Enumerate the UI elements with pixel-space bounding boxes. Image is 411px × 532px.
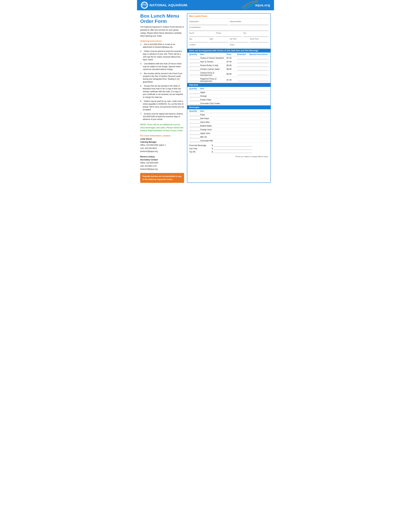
- list-item: 1. Fax to 410-659-0294 or e-mail as an a…: [140, 43, 184, 49]
- bev-qty-2[interactable]: [189, 117, 200, 120]
- item-price-1: $7.49: [227, 57, 237, 59]
- contact-email-1: boxlunch@aqua.org: [140, 150, 184, 153]
- totals-row-2: Sub Total $: [189, 148, 269, 150]
- set-time-input[interactable]: [230, 40, 248, 42]
- bev-qty-7[interactable]: [189, 136, 200, 138]
- ext-input-6[interactable]: [237, 79, 249, 81]
- special-input-1[interactable]: [249, 57, 269, 59]
- table-row: Peanut Butter & Jelly $5.99: [187, 64, 271, 67]
- totals-label-1: Food and Beverage: [189, 144, 212, 147]
- totals-label-2: Sub Total: [189, 148, 212, 150]
- logo-icon: [141, 2, 148, 9]
- taxid-input[interactable]: [189, 34, 214, 37]
- item-price-4: $8.99: [227, 68, 237, 70]
- bev-qty-1[interactable]: [189, 114, 200, 116]
- header-url: aqua.org: [255, 3, 270, 7]
- bev-qty-4[interactable]: [189, 125, 200, 127]
- side-qty-4[interactable]: [189, 102, 200, 105]
- logo-area: NATIONAL AQUARIUM.: [141, 2, 188, 9]
- totals-input-1[interactable]: [214, 144, 252, 147]
- side-item-3: Potato Chips: [200, 99, 269, 101]
- location-field: Location: [189, 44, 230, 48]
- totals-input-3[interactable]: [214, 151, 252, 153]
- totals-section: Food and Beverage $ Sub Total $ Tax 6% $: [187, 143, 271, 155]
- form-row-email: E-mail Address: [189, 25, 269, 31]
- day-field: Day: [189, 38, 210, 42]
- special-input-3[interactable]: [249, 64, 269, 66]
- email-input[interactable]: [189, 28, 269, 31]
- totals-row-3: Tax 6% $: [189, 151, 269, 153]
- qty-input-2[interactable]: [189, 61, 200, 63]
- list-item: Orange Juice: [187, 128, 271, 132]
- bev-item-3: Sierra Mist: [200, 121, 269, 123]
- form-row-day-date-times: Day Date Set Time Event Time: [189, 37, 269, 43]
- organization-input[interactable]: [189, 23, 228, 25]
- bev-item-2: Diet Pepsi: [200, 117, 269, 120]
- item-price-3: $5.99: [227, 64, 237, 66]
- bev-item-7: Milk 2%: [200, 136, 269, 138]
- list-item: Apple Juice: [187, 132, 271, 135]
- intro-paragraph: The National Aquarium's Sodexo Food Serv…: [140, 26, 184, 38]
- event-time-label: Event Time: [250, 38, 269, 40]
- qty-input-6[interactable]: [189, 79, 200, 81]
- bev-item-4: Bottled Water: [200, 125, 269, 127]
- form-row-tax-phone-fax: Tax ID Phone Fax: [189, 31, 269, 37]
- form-fields: Organization Representative E-mail Addre…: [187, 19, 271, 49]
- day-input[interactable]: [189, 40, 208, 42]
- totals-dollar-3: $: [212, 151, 213, 153]
- list-item: Diet Pepsi: [187, 117, 271, 120]
- guest-field: Guest: [230, 44, 269, 48]
- representative-input[interactable]: [230, 23, 269, 25]
- fax-input[interactable]: [243, 34, 269, 37]
- phone-input[interactable]: [216, 34, 242, 37]
- side-qty-3[interactable]: [189, 99, 200, 101]
- organization-field: Organization: [189, 20, 230, 25]
- contact-cell-1: Cell: 410-530-9619: [140, 147, 184, 150]
- representative-field: Representative: [230, 20, 269, 25]
- location-input[interactable]: [189, 46, 228, 48]
- side-qty-2[interactable]: [189, 95, 200, 97]
- special-input-5[interactable]: [249, 73, 269, 75]
- ext-input-2[interactable]: [237, 61, 249, 63]
- side-item-2: Orange: [200, 95, 269, 97]
- bev-qty-6[interactable]: [189, 132, 200, 134]
- special-input-6[interactable]: [249, 79, 269, 81]
- totals-dollar-2: $: [212, 148, 213, 150]
- totals-input-2[interactable]: [214, 148, 252, 150]
- event-time-input[interactable]: [250, 40, 269, 42]
- bev-qty-3[interactable]: [189, 121, 200, 123]
- qty-input-5[interactable]: [189, 73, 200, 75]
- col-header-quantity: Quantity: [189, 53, 200, 56]
- qty-input-1[interactable]: [189, 57, 200, 59]
- fax-label: Fax: [243, 32, 269, 34]
- form-row-org-rep: Organization Representative: [189, 19, 269, 25]
- contact-title-2: Secondary Contact: [140, 158, 184, 161]
- date-field: Date: [210, 38, 230, 42]
- beverage-section-header: Beverages: [187, 105, 271, 109]
- ext-input-4[interactable]: [237, 68, 249, 70]
- ext-input-1[interactable]: [237, 57, 249, 59]
- date-input[interactable]: [210, 40, 228, 42]
- bev-col-header-qty: Quantity: [189, 110, 200, 112]
- qty-input-4[interactable]: [189, 68, 200, 70]
- bev-qty-5[interactable]: [189, 128, 200, 131]
- item-price-6: $7.49: [227, 79, 237, 81]
- list-item: Chocolate Chip Cookie: [187, 102, 271, 105]
- special-input-2[interactable]: [249, 61, 269, 63]
- qty-input-3[interactable]: [189, 64, 200, 66]
- list-item: Apple: [187, 91, 271, 94]
- table-row: Chicken Caesar Salad $8.99: [187, 67, 271, 71]
- guest-input[interactable]: [230, 46, 269, 48]
- list-item: Pepsi: [187, 113, 271, 117]
- bev-item-1: Pepsi: [200, 114, 269, 116]
- list-item: 5. Groups that are tax-exempt in the Sta…: [140, 85, 184, 99]
- special-input-4[interactable]: [249, 68, 269, 70]
- organization-label: Organization: [189, 20, 228, 22]
- side-table-header: Quantity Item: [187, 87, 271, 91]
- side-item-1: Apple: [200, 91, 269, 94]
- bev-qty-8[interactable]: [189, 140, 200, 142]
- side-qty-1[interactable]: [189, 91, 200, 94]
- ext-input-5[interactable]: [237, 73, 249, 75]
- ext-input-3[interactable]: [237, 64, 249, 66]
- set-time-field: Set Time: [230, 38, 250, 42]
